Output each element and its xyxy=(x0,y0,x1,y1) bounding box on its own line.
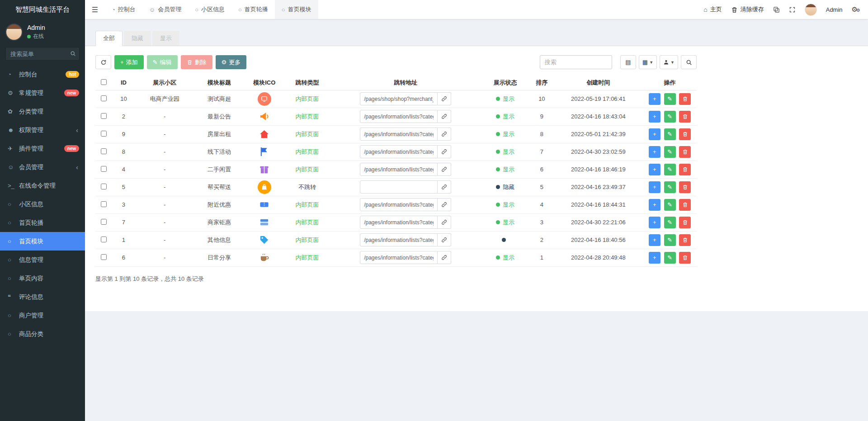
status-badge[interactable]: 显示 xyxy=(496,218,514,227)
open-link-button[interactable] xyxy=(438,233,451,246)
table-row[interactable]: 10 电商产业园 测试商超 内部页面 xyxy=(95,90,697,108)
row-edit-button[interactable]: ✎ xyxy=(664,199,676,211)
menu-search-input[interactable] xyxy=(5,47,80,61)
open-link-button[interactable] xyxy=(438,216,451,229)
row-checkbox[interactable] xyxy=(101,113,107,119)
export-dropdown-button[interactable]: ▼ xyxy=(660,55,678,69)
home-link[interactable]: ⌂ 主页 xyxy=(703,5,722,14)
hamburger-menu-icon[interactable]: ☰ xyxy=(85,0,105,19)
row-add-button[interactable]: + xyxy=(649,164,660,175)
row-add-button[interactable]: + xyxy=(649,217,660,228)
status-badge[interactable]: 显示 xyxy=(496,95,514,103)
open-link-button[interactable] xyxy=(438,180,451,194)
topbar-tab[interactable]: ○ 首页模块 xyxy=(275,0,318,19)
sidebar-item[interactable]: ✿ 分类管理 xyxy=(0,102,85,121)
status-badge[interactable]: 显示 xyxy=(496,130,514,138)
status-badge[interactable]: 显示 xyxy=(496,254,514,262)
row-add-button[interactable]: + xyxy=(649,128,660,140)
sidebar-item[interactable]: ○ 单页内容 xyxy=(0,269,85,288)
row-checkbox[interactable] xyxy=(101,201,107,207)
row-delete-button[interactable] xyxy=(679,181,691,193)
sidebar-item[interactable]: ○ 首页模块 xyxy=(0,232,85,251)
status-badge[interactable]: 隐藏 xyxy=(496,183,514,191)
sidebar-item[interactable]: ☺ 会员管理 ‹ xyxy=(0,158,85,176)
status-badge[interactable] xyxy=(502,238,509,242)
settings-gears-icon[interactable]: ⚙⚙ xyxy=(852,5,859,14)
open-link-button[interactable] xyxy=(438,198,451,211)
more-button[interactable]: ⚙ 更多 xyxy=(216,55,247,69)
open-link-button[interactable] xyxy=(438,145,451,158)
topbar-avatar[interactable] xyxy=(805,4,817,16)
jump-url-input[interactable] xyxy=(360,128,438,141)
sidebar-item[interactable]: ○ 首页轮播 xyxy=(0,213,85,232)
row-add-button[interactable]: + xyxy=(649,111,660,123)
row-edit-button[interactable]: ✎ xyxy=(664,93,676,105)
jump-url-input[interactable] xyxy=(360,216,438,229)
row-checkbox[interactable] xyxy=(101,219,107,225)
fullscreen-button[interactable] xyxy=(789,6,796,13)
filter-tab[interactable]: 全部 xyxy=(95,31,123,46)
jump-url-input[interactable] xyxy=(360,92,438,105)
sidebar-item[interactable]: ○ 商户管理 xyxy=(0,306,85,325)
row-checkbox[interactable] xyxy=(101,184,107,189)
row-edit-button[interactable]: ✎ xyxy=(664,234,676,246)
sidebar-item[interactable]: ⚙ 常规管理 new xyxy=(0,84,85,102)
jump-url-input[interactable] xyxy=(360,110,438,123)
refresh-button[interactable] xyxy=(95,55,111,69)
status-badge[interactable]: 显示 xyxy=(496,113,514,121)
row-delete-button[interactable] xyxy=(679,93,691,105)
jump-url-input[interactable] xyxy=(360,251,438,264)
row-delete-button[interactable] xyxy=(679,128,691,140)
table-row[interactable]: 1 - 其他信息 内部页面 xyxy=(95,231,697,249)
row-checkbox[interactable] xyxy=(101,237,107,242)
open-link-button[interactable] xyxy=(438,163,451,176)
table-search-input[interactable] xyxy=(540,55,612,69)
sidebar-item[interactable]: ○ 商品分类 xyxy=(0,325,85,343)
row-delete-button[interactable] xyxy=(679,111,691,123)
table-row[interactable]: 8 - 线下活动 内部页面 xyxy=(95,143,697,161)
table-row[interactable]: 2 - 最新公告 内部页面 xyxy=(95,108,697,125)
row-delete-button[interactable] xyxy=(679,234,691,246)
clear-cache-link[interactable]: 清除缓存 xyxy=(731,5,764,14)
row-edit-button[interactable]: ✎ xyxy=(664,128,676,140)
delete-button[interactable]: 删除 xyxy=(181,55,212,69)
topbar-tab[interactable]: ○ 首页轮播 xyxy=(231,0,275,19)
row-edit-button[interactable]: ✎ xyxy=(664,111,676,123)
table-row[interactable]: 9 - 房屋出租 内部页面 xyxy=(95,125,697,143)
jump-url-input[interactable] xyxy=(360,145,438,158)
table-row[interactable]: 6 - 日常分享 内部页面 xyxy=(95,249,697,266)
sidebar-item[interactable]: ○ 小区信息 xyxy=(0,195,85,213)
copy-page-button[interactable] xyxy=(773,6,780,13)
row-add-button[interactable]: + xyxy=(649,93,660,105)
table-row[interactable]: 5 - 帮买帮送 不跳转 xyxy=(95,178,697,196)
jump-url-input[interactable] xyxy=(360,163,438,176)
row-edit-button[interactable]: ✎ xyxy=(664,146,676,158)
open-link-button[interactable] xyxy=(438,251,451,264)
row-checkbox[interactable] xyxy=(101,254,107,260)
topbar-tab[interactable]: ◔ 控制台 xyxy=(105,0,142,19)
sidebar-item[interactable]: ○ 信息管理 xyxy=(0,251,85,269)
topbar-username[interactable]: Admin xyxy=(826,6,843,13)
row-add-button[interactable]: + xyxy=(649,199,660,211)
row-edit-button[interactable]: ✎ xyxy=(664,181,676,193)
filter-tab[interactable]: 隐藏 xyxy=(124,31,151,46)
row-delete-button[interactable] xyxy=(679,146,691,158)
sidebar-item[interactable]: ❝ 评论信息 xyxy=(0,288,85,306)
status-badge[interactable]: 显示 xyxy=(496,148,514,156)
row-add-button[interactable]: + xyxy=(649,234,660,246)
row-delete-button[interactable] xyxy=(679,252,691,264)
row-add-button[interactable]: + xyxy=(649,146,660,158)
sidebar-item[interactable]: ✈ 插件管理 new xyxy=(0,139,85,158)
table-row[interactable]: 7 - 商家钜惠 内部页面 xyxy=(95,213,697,231)
status-badge[interactable]: 显示 xyxy=(496,201,514,209)
row-delete-button[interactable] xyxy=(679,199,691,211)
row-delete-button[interactable] xyxy=(679,217,691,228)
row-checkbox[interactable] xyxy=(101,166,107,172)
open-link-button[interactable] xyxy=(438,92,451,105)
edit-button[interactable]: ✎ 编辑 xyxy=(147,55,178,69)
jump-url-input[interactable] xyxy=(360,233,438,246)
select-all-checkbox[interactable] xyxy=(101,79,107,85)
status-badge[interactable]: 显示 xyxy=(496,166,514,174)
table-row[interactable]: 3 - 附近优惠 内部页面 xyxy=(95,196,697,213)
sidebar-item[interactable]: ◔ 控制台 hot xyxy=(0,65,85,84)
